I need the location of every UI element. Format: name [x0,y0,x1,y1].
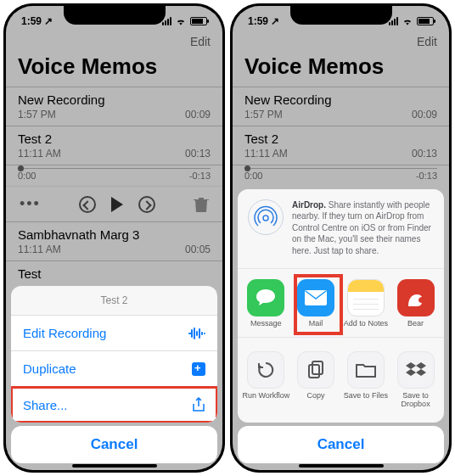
share-app-bear[interactable]: Bear [390,279,441,328]
share-app-notes[interactable]: Add to Notes [341,279,391,328]
action-copy[interactable]: Copy [291,351,341,409]
share-button[interactable]: Share... [11,387,217,423]
app-label: Add to Notes [341,320,391,328]
share-apps-row: Message Mail Add to Notes [238,269,444,333]
action-label: Copy [291,392,341,400]
notch [64,6,166,25]
airdrop-icon [248,199,284,235]
action-sheet: Test 2 Edit Recording Duplicate Share... [11,286,217,423]
airdrop-text: AirDrop. Share instantly with people nea… [292,199,434,257]
action-label: Duplicate [23,361,76,376]
home-indicator[interactable] [72,464,157,468]
message-icon [247,279,284,316]
mail-icon [297,279,334,316]
edit-recording-button[interactable]: Edit Recording [11,316,217,351]
action-label: Save to Files [341,392,391,400]
share-app-mail[interactable]: Mail [291,279,341,328]
sheet-title: Test 2 [11,286,217,316]
action-label: Share... [23,398,68,412]
svg-rect-2 [309,365,319,378]
share-actions-row: Run Workflow Copy Save to Files Save to … [238,341,444,414]
copy-icon [297,351,334,389]
action-label: Save to Dropbox [390,392,441,409]
svg-point-0 [263,216,268,221]
duplicate-icon [192,362,205,376]
folder-icon [347,351,385,389]
duplicate-button[interactable]: Duplicate [11,351,217,387]
app-label: Message [241,320,291,328]
phone-right: 1:59 ↗ Edit Voice Memos New Recording 1:… [230,3,452,473]
action-run-workflow[interactable]: Run Workflow [241,351,291,409]
share-app-message[interactable]: Message [241,279,291,328]
action-save-files[interactable]: Save to Files [341,351,391,409]
workflow-icon [247,351,284,389]
notch [290,6,392,25]
app-label: Bear [390,320,441,328]
action-save-dropbox[interactable]: Save to Dropbox [390,351,441,409]
bear-icon [397,279,435,316]
waveform-icon [188,328,205,339]
home-indicator[interactable] [299,464,384,468]
cancel-button[interactable]: Cancel [11,426,217,463]
notes-icon [347,279,385,316]
action-label: Edit Recording [23,326,106,340]
airdrop-section[interactable]: AirDrop. Share instantly with people nea… [238,189,444,270]
app-label: Mail [291,320,341,328]
share-sheet: AirDrop. Share instantly with people nea… [238,189,444,423]
action-label: Run Workflow [241,392,291,400]
svg-rect-3 [312,361,323,374]
share-icon [192,397,205,412]
dropbox-icon [397,351,435,389]
cancel-button[interactable]: Cancel [238,426,444,463]
phone-left: 1:59 ↗ Edit Voice Memos New Recording 1:… [3,3,225,473]
